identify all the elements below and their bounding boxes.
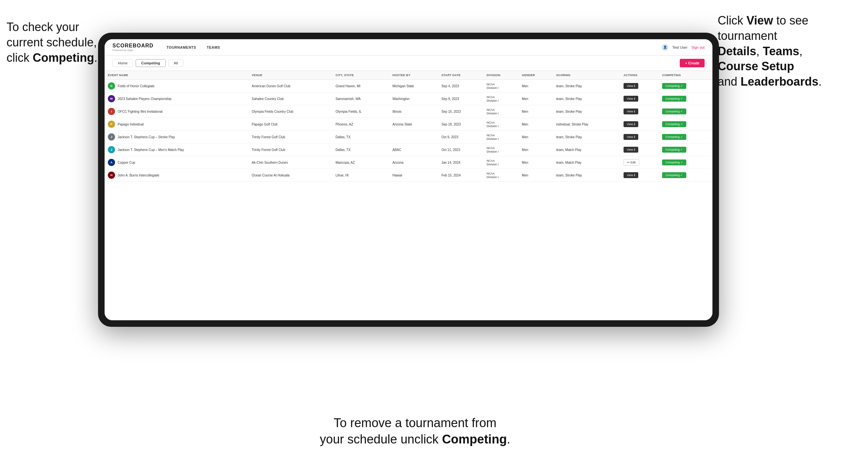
division-cell: NCAADivision I	[483, 105, 519, 118]
logo-sub: Powered by clippi	[113, 49, 154, 52]
event-name-cell: J Jackson T. Stephens Cup – Stroke Play	[104, 131, 248, 144]
view-button[interactable]: View ℹ	[624, 96, 638, 102]
event-name-cell: G Folds of Honor Collegiate	[104, 80, 248, 92]
hosted-by-cell	[389, 131, 438, 144]
venue-cell: Trinity Forest Golf Club	[248, 131, 332, 144]
header-right: 👤 Test User Sign out	[662, 44, 705, 51]
scoring-cell: team, Match Play	[553, 156, 620, 169]
scoring-cell: team, Stroke Play	[553, 92, 620, 105]
event-name: Jackson T. Stephens Cup – Stroke Play	[118, 135, 175, 139]
gender-cell: Men	[519, 118, 553, 131]
gender-cell: Men	[519, 92, 553, 105]
competing-button[interactable]: Competing ✓	[662, 172, 686, 178]
table-row: P Papago Individual Papago Golf ClubPhoe…	[104, 118, 712, 131]
city-state-cell: Maricopa, AZ	[332, 156, 389, 169]
sign-out-link[interactable]: Sign out	[691, 45, 705, 49]
gender-cell: Men	[519, 156, 553, 169]
view-button[interactable]: View ℹ	[624, 147, 638, 153]
hosted-by-cell: Michigan State	[389, 80, 438, 92]
view-button[interactable]: View ℹ	[624, 121, 638, 127]
event-name: Papago Individual	[118, 123, 144, 126]
scoring-cell: team, Match Play	[553, 144, 620, 156]
competing-button[interactable]: Competing ✓	[662, 134, 686, 140]
team-logo: I	[108, 108, 115, 115]
view-button[interactable]: View ℹ	[624, 83, 638, 89]
logo-title: SCOREBOARD	[113, 43, 154, 49]
competing-cell: Competing ✓	[659, 144, 712, 156]
competing-cell: Competing ✓	[659, 169, 712, 182]
start-date-cell: Sep 15, 2023	[438, 105, 483, 118]
competing-button[interactable]: Competing ✓	[662, 147, 686, 153]
table-row: J Jackson T. Stephens Cup – Men's Match …	[104, 144, 712, 156]
actions-cell: View ℹ	[620, 105, 659, 118]
col-venue: VENUE	[248, 71, 332, 80]
user-avatar-icon: 👤	[662, 44, 668, 51]
competing-button[interactable]: Competing ✓	[662, 159, 686, 165]
event-name: Jackson T. Stephens Cup – Men's Match Pl…	[118, 148, 184, 152]
view-button[interactable]: View ℹ	[624, 108, 638, 114]
table-row: W 2023 Sahalee Players Championship Saha…	[104, 92, 712, 105]
view-button[interactable]: View ℹ	[624, 134, 638, 140]
filter-bar: Home Competing All + Create	[104, 56, 712, 71]
annotation-top-right: Click View to see tournament Details, Te…	[718, 13, 862, 90]
competing-button[interactable]: Competing ✓	[662, 83, 686, 89]
city-state-cell: Dallas, TX	[332, 144, 389, 156]
event-name: Folds of Honor Collegiate	[118, 84, 155, 88]
venue-cell: Sahalee Country Club	[248, 92, 332, 105]
filter-all-button[interactable]: All	[168, 59, 183, 67]
city-state-cell: Lihue, HI	[332, 169, 389, 182]
actions-cell: View ℹ	[620, 169, 659, 182]
nav-tournaments[interactable]: TOURNAMENTS	[167, 45, 196, 49]
table-row: G Folds of Honor Collegiate American Dun…	[104, 80, 712, 92]
scoreboard-logo: SCOREBOARD Powered by clippi	[113, 43, 154, 52]
filter-competing-button[interactable]: Competing	[135, 59, 165, 67]
competing-cell: Competing ✓	[659, 118, 712, 131]
start-date-cell: Feb 15, 2024	[438, 169, 483, 182]
scoring-cell: team, Stroke Play	[553, 105, 620, 118]
table-row: H John A. Burns Intercollegiate Ocean Co…	[104, 169, 712, 182]
start-date-cell: Oct 9, 2023	[438, 131, 483, 144]
hosted-by-cell: Arizona State	[389, 118, 438, 131]
hosted-by-cell: ABAC	[389, 144, 438, 156]
division-cell: NCAADivision I	[483, 92, 519, 105]
actions-cell: View ℹ	[620, 144, 659, 156]
start-date-cell: Sep 9, 2023	[438, 92, 483, 105]
team-logo: A	[108, 159, 115, 166]
filter-home-button[interactable]: Home	[113, 59, 133, 67]
competing-button[interactable]: Competing ✓	[662, 121, 686, 127]
event-cell: I OFCC Fighting Illini Invitational	[108, 108, 245, 115]
nav-links: TOURNAMENTS TEAMS	[167, 45, 649, 49]
division-cell: NCAADivision I	[483, 131, 519, 144]
venue-cell: Ak-Chin Southern Dunes	[248, 156, 332, 169]
competing-button[interactable]: Competing ✓	[662, 96, 686, 102]
venue-cell: American Dunes Golf Club	[248, 80, 332, 92]
gender-cell: Men	[519, 131, 553, 144]
annotation-bottom: To remove a tournament from your schedul…	[268, 415, 562, 447]
team-logo: W	[108, 95, 115, 102]
table-body: G Folds of Honor Collegiate American Dun…	[104, 80, 712, 182]
team-logo: P	[108, 121, 115, 128]
scoring-cell: individual, Stroke Play	[553, 118, 620, 131]
venue-cell: Olympia Fields Country Club	[248, 105, 332, 118]
event-name-cell: H John A. Burns Intercollegiate	[104, 169, 248, 182]
actions-cell: View ℹ	[620, 131, 659, 144]
edit-button[interactable]: ✏ Edit	[624, 159, 639, 166]
event-cell: A Copper Cup	[108, 159, 245, 166]
table-header: EVENT NAME VENUE CITY, STATE HOSTED BY S…	[104, 71, 712, 80]
col-start-date: START DATE	[438, 71, 483, 80]
event-cell: J Jackson T. Stephens Cup – Stroke Play	[108, 133, 245, 141]
nav-teams[interactable]: TEAMS	[207, 45, 220, 49]
competing-cell: Competing ✓	[659, 80, 712, 92]
col-hosted-by: HOSTED BY	[389, 71, 438, 80]
event-name-cell: I OFCC Fighting Illini Invitational	[104, 105, 248, 118]
table-container[interactable]: EVENT NAME VENUE CITY, STATE HOSTED BY S…	[104, 71, 712, 320]
event-cell: W 2023 Sahalee Players Championship	[108, 95, 245, 102]
create-button[interactable]: + Create	[680, 59, 705, 67]
competing-button[interactable]: Competing ✓	[662, 108, 686, 114]
start-date-cell: Sep 18, 2023	[438, 118, 483, 131]
event-name-cell: P Papago Individual	[104, 118, 248, 131]
division-cell: NCAADivision I	[483, 80, 519, 92]
hosted-by-cell: Hawaii	[389, 169, 438, 182]
view-button[interactable]: View ℹ	[624, 172, 638, 178]
hosted-by-cell: Arizona	[389, 156, 438, 169]
